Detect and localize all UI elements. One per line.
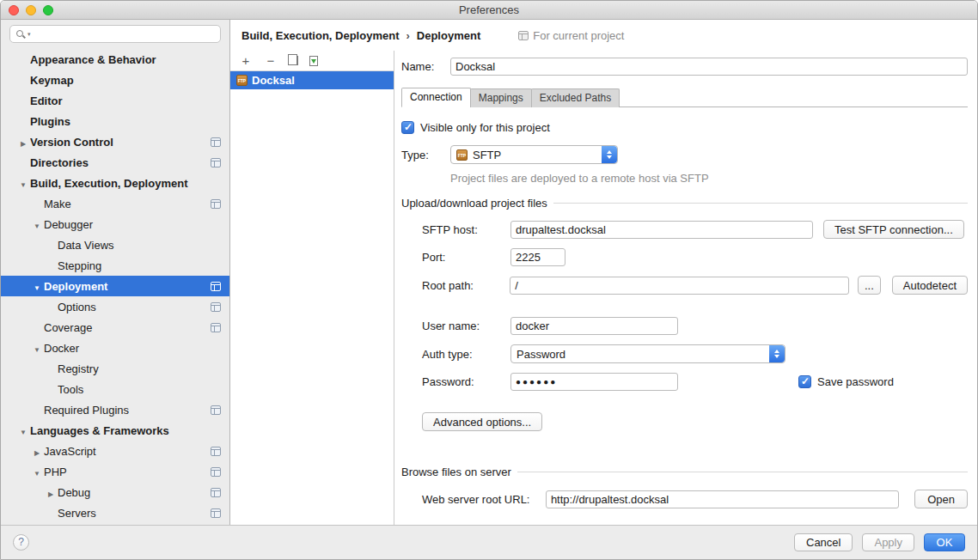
search-input[interactable] <box>34 28 215 40</box>
autodetect-button[interactable]: Autodetect <box>892 276 968 295</box>
apply-button[interactable]: Apply <box>862 533 914 551</box>
project-settings-icon <box>211 447 221 456</box>
sidebar-item-directories[interactable]: Directories <box>1 152 229 173</box>
deployment-tabs: Connection Mappings Excluded Paths <box>401 88 968 107</box>
breadcrumb-deployment: Deployment <box>417 29 480 42</box>
section-divider <box>517 472 968 472</box>
sidebar-item-javascript[interactable]: JavaScript <box>1 441 229 461</box>
footer-bar: ? Cancel Apply OK <box>1 525 977 559</box>
ok-button[interactable]: OK <box>924 533 965 551</box>
close-window-button[interactable] <box>9 5 19 15</box>
project-settings-icon <box>211 158 221 167</box>
name-label: Name: <box>401 60 450 73</box>
project-settings-icon <box>211 323 221 332</box>
sidebar-item-appearance-behavior[interactable]: Appearance & Behavior <box>1 49 229 70</box>
breadcrumb-separator: › <box>406 29 409 42</box>
advanced-options-button[interactable]: Advanced options... <box>422 412 542 431</box>
save-password-checkbox[interactable] <box>798 375 811 388</box>
remove-server-button[interactable]: − <box>264 54 278 67</box>
sftp-host-label: SFTP host: <box>422 223 510 236</box>
password-label: Password: <box>422 375 510 388</box>
sidebar-item-registry[interactable]: Registry <box>1 358 229 379</box>
port-input[interactable] <box>510 248 565 266</box>
sidebar-item-servers[interactable]: Servers <box>1 502 229 523</box>
sidebar-item-tools[interactable]: Tools <box>1 379 229 399</box>
project-settings-icon <box>211 488 221 497</box>
window-title: Preferences <box>459 3 519 16</box>
sidebar-item-keymap[interactable]: Keymap <box>1 70 229 90</box>
section-divider <box>553 203 968 204</box>
preferences-window: Preferences ▾ Appearance & Behavior Keym… <box>0 0 978 560</box>
project-settings-icon <box>211 405 221 415</box>
server-list: Docksal <box>230 71 394 525</box>
help-button[interactable]: ? <box>13 534 29 551</box>
chevron-down-icon[interactable] <box>30 280 44 293</box>
user-name-input[interactable] <box>510 317 678 335</box>
type-hint-text: Project files are deployed to a remote h… <box>450 172 968 185</box>
project-settings-icon <box>211 199 221 209</box>
browse-root-path-button[interactable]: ... <box>858 276 881 295</box>
chevron-down-icon[interactable] <box>30 218 44 231</box>
minimize-window-button[interactable] <box>26 5 36 15</box>
tab-mappings[interactable]: Mappings <box>470 88 532 107</box>
dropdown-stepper-icon <box>602 146 617 163</box>
sidebar-item-coverage[interactable]: Coverage <box>1 317 229 338</box>
sidebar-item-languages-frameworks[interactable]: Languages & Frameworks <box>1 420 229 441</box>
chevron-down-icon[interactable] <box>30 342 44 355</box>
auth-type-dropdown[interactable]: Password <box>510 344 785 363</box>
cancel-button[interactable]: Cancel <box>794 533 853 551</box>
settings-search-field[interactable]: ▾ <box>9 25 221 43</box>
sftp-server-icon <box>236 75 248 86</box>
sftp-type-icon <box>456 149 468 161</box>
tab-excluded-paths[interactable]: Excluded Paths <box>531 88 620 107</box>
chevron-down-icon[interactable] <box>16 177 30 190</box>
for-current-project-label: For current project <box>518 29 624 42</box>
sidebar-item-data-views[interactable]: Data Views <box>1 234 229 255</box>
sidebar-item-docker[interactable]: Docker <box>1 338 229 358</box>
chevron-right-icon[interactable] <box>16 136 30 149</box>
project-settings-icon <box>211 137 221 147</box>
chevron-right-icon[interactable] <box>44 486 58 499</box>
search-icon <box>15 29 26 40</box>
visible-only-checkbox[interactable] <box>401 121 414 134</box>
sidebar-item-stepping[interactable]: Stepping <box>1 255 229 276</box>
breadcrumb-build-execution-deployment[interactable]: Build, Execution, Deployment <box>241 29 399 42</box>
add-server-button[interactable]: + <box>239 54 253 67</box>
dropdown-stepper-icon <box>769 345 785 362</box>
root-path-input[interactable] <box>510 277 849 295</box>
search-options-caret-icon[interactable]: ▾ <box>28 31 31 38</box>
user-name-label: User name: <box>422 320 510 332</box>
name-input[interactable] <box>450 58 968 76</box>
type-dropdown[interactable]: SFTP <box>450 145 618 164</box>
project-settings-icon <box>211 508 221 518</box>
chevron-down-icon[interactable] <box>30 466 44 478</box>
chevron-down-icon[interactable] <box>16 424 30 437</box>
list-item-docksal[interactable]: Docksal <box>230 71 394 89</box>
project-settings-icon <box>518 31 529 40</box>
open-url-button[interactable]: Open <box>914 490 968 508</box>
password-input[interactable] <box>510 373 678 391</box>
test-sftp-connection-button[interactable]: Test SFTP connection... <box>823 220 964 239</box>
sidebar-item-deployment[interactable]: Deployment <box>1 276 229 296</box>
sidebar-item-required-plugins[interactable]: Required Plugins <box>1 399 229 420</box>
sidebar-item-debug[interactable]: Debug <box>1 482 229 502</box>
zoom-window-button[interactable] <box>43 5 53 15</box>
sidebar-item-build-execution-deployment[interactable]: Build, Execution, Deployment <box>1 173 229 193</box>
upload-section-header: Upload/download project files <box>401 197 968 210</box>
sidebar-item-options[interactable]: Options <box>1 296 229 317</box>
sidebar-item-version-control[interactable]: Version Control <box>1 131 229 152</box>
sidebar-item-make[interactable]: Make <box>1 193 229 214</box>
copy-server-icon[interactable] <box>290 56 298 65</box>
chevron-right-icon[interactable] <box>30 445 44 458</box>
sidebar-item-debugger[interactable]: Debugger <box>1 214 229 234</box>
sidebar-item-plugins[interactable]: Plugins <box>1 111 229 131</box>
deployment-form: Name: Connection Mappings Excluded Paths… <box>394 51 977 525</box>
web-server-root-url-input[interactable] <box>546 490 899 508</box>
tab-connection[interactable]: Connection <box>401 88 471 107</box>
connection-tab-content: Visible only for this project Type: SFTP… <box>401 107 968 508</box>
sidebar-item-php[interactable]: PHP <box>1 461 229 482</box>
sftp-host-input[interactable] <box>510 221 813 239</box>
sidebar-item-editor[interactable]: Editor <box>1 90 229 111</box>
save-password-label: Save password <box>817 375 894 388</box>
import-server-icon[interactable] <box>309 56 318 66</box>
